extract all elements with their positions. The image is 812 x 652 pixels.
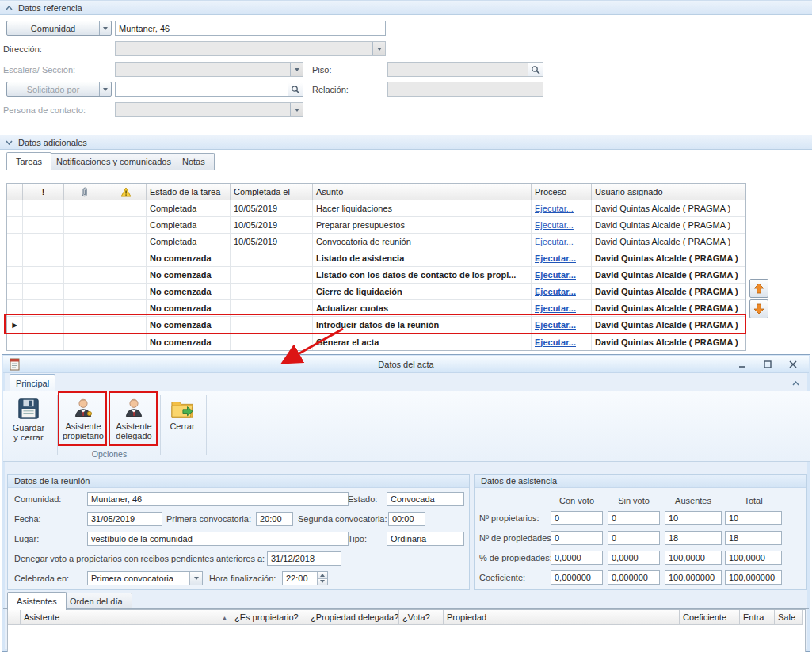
ejecutar-link[interactable]: Ejecutar... (535, 254, 576, 263)
table-row[interactable]: No comenzada Cierre de liquidación Ejecu… (7, 284, 745, 300)
warning-column-header[interactable] (105, 184, 147, 200)
column-header-asistente[interactable]: Asistente ▲ (21, 610, 231, 625)
comunidad-input[interactable] (88, 493, 348, 505)
value-input[interactable] (665, 551, 721, 564)
value-input[interactable] (608, 571, 659, 584)
tab-notificaciones[interactable]: Notificaciones y comunicados (47, 153, 181, 170)
attachment-column-header[interactable] (64, 184, 105, 200)
fecha-input[interactable] (88, 513, 162, 525)
table-row[interactable]: No comenzada Actualizar cuotas Ejecutar.… (7, 300, 745, 317)
lugar-field[interactable] (87, 532, 349, 546)
table-row[interactable]: No comenzada Listado de asistencia Ejecu… (7, 250, 745, 267)
ejecutar-link[interactable]: Ejecutar... (535, 337, 576, 347)
column-header-sale[interactable]: Sale (775, 610, 803, 625)
denegar-fecha-field[interactable] (267, 551, 341, 566)
value-input[interactable] (726, 532, 781, 544)
pdes-con-voto-field[interactable] (551, 531, 603, 545)
comunidad-field[interactable] (87, 492, 349, 506)
ejecutar-link[interactable]: Ejecutar... (535, 220, 574, 230)
minimize-button[interactable] (734, 358, 750, 371)
value-input[interactable] (665, 532, 721, 544)
tab-principal[interactable]: Principal (10, 374, 55, 391)
fecha-field[interactable] (87, 512, 162, 526)
ejecutar-link[interactable]: Ejecutar... (535, 320, 576, 330)
coef-ausentes-field[interactable] (665, 570, 722, 585)
celebrada-en-combo[interactable] (87, 571, 203, 585)
comunidad-field[interactable] (115, 21, 386, 36)
column-header-propiedad-delegada[interactable]: ¿Propiedad delegada? (307, 610, 399, 625)
move-up-button[interactable] (749, 279, 768, 298)
maximize-button[interactable] (760, 358, 776, 371)
cerrar-button[interactable]: Cerrar (163, 395, 201, 431)
asistente-propietario-button[interactable]: Asistente propietario (60, 395, 106, 440)
search-icon[interactable] (288, 82, 303, 96)
table-row[interactable]: Completada 10/05/2019 Convocatoria de re… (7, 234, 745, 250)
segunda-convocatoria-field[interactable] (388, 512, 425, 526)
ejecutar-link[interactable]: Ejecutar... (535, 204, 574, 213)
column-header-propiedad[interactable]: Propiedad (444, 610, 680, 625)
solicitado-input[interactable] (116, 82, 288, 96)
value-input[interactable] (608, 551, 659, 564)
denegar-fecha-input[interactable] (268, 552, 341, 565)
ejecutar-link[interactable]: Ejecutar... (535, 303, 576, 313)
comunidad-input[interactable] (116, 21, 385, 35)
pct-sin-voto-field[interactable] (608, 551, 660, 565)
pct-ausentes-field[interactable] (665, 551, 722, 565)
segunda-input[interactable] (389, 513, 425, 525)
value-input[interactable] (726, 551, 781, 564)
value-input[interactable] (726, 571, 781, 584)
value-input[interactable] (608, 532, 659, 544)
ribbon-collapse-button[interactable] (788, 377, 802, 390)
column-header-usuario[interactable]: Usuario asignado (592, 184, 745, 200)
spin-down-button[interactable] (318, 578, 327, 585)
hora-finalizacion-input[interactable] (283, 572, 317, 585)
value-input[interactable] (551, 551, 602, 564)
ejecutar-link[interactable]: Ejecutar... (535, 270, 576, 280)
ejecutar-link[interactable]: Ejecutar... (535, 287, 576, 296)
column-header-es-propietario[interactable]: ¿Es propietario? (231, 610, 307, 625)
pdes-total-field[interactable] (725, 531, 782, 545)
panel-header-datos-referencia[interactable]: Datos referencia (0, 0, 812, 15)
prop-ausentes-field[interactable] (665, 511, 722, 525)
value-input[interactable] (665, 571, 721, 584)
asistente-delegado-button[interactable]: Asistente delegado (111, 395, 157, 440)
estado-input[interactable] (387, 493, 463, 505)
solicitado-field[interactable] (115, 82, 303, 97)
value-input[interactable] (726, 512, 781, 524)
tipo-input[interactable] (387, 532, 463, 545)
value-input[interactable] (551, 512, 602, 524)
panel-header-datos-adicionales[interactable]: Datos adicionales (0, 135, 812, 150)
table-row[interactable]: No comenzada Listado con los datos de co… (7, 267, 745, 284)
pct-con-voto-field[interactable] (551, 551, 603, 565)
column-header-estado[interactable]: Estado de la tarea (147, 184, 231, 200)
table-row[interactable]: Completada 10/05/2019 Preparar presupues… (7, 217, 745, 234)
lugar-input[interactable] (88, 532, 348, 545)
solicitado-por-button[interactable]: Solicitado por (6, 82, 112, 97)
comunidad-button[interactable]: Comunidad (6, 21, 112, 36)
estado-field[interactable] (387, 492, 464, 506)
chevron-down-icon[interactable] (189, 572, 202, 585)
value-input[interactable] (551, 571, 602, 584)
pct-total-field[interactable] (725, 551, 782, 565)
column-header-vota[interactable]: ¿Vota? (399, 610, 444, 625)
ejecutar-link[interactable]: Ejecutar... (535, 237, 574, 246)
column-header-entra[interactable]: Entra (740, 610, 775, 625)
tipo-field[interactable] (387, 532, 464, 546)
column-header-completada[interactable]: Completada el (231, 184, 313, 200)
search-icon[interactable] (528, 63, 543, 76)
tab-tareas[interactable]: Tareas (6, 152, 51, 170)
tab-orden-del-dia[interactable]: Orden del día (60, 593, 132, 609)
priority-column-header[interactable]: ! (23, 184, 64, 200)
coef-total-field[interactable] (725, 570, 782, 585)
pdes-ausentes-field[interactable] (665, 531, 722, 545)
prop-con-voto-field[interactable] (551, 511, 603, 525)
value-input[interactable] (665, 512, 721, 524)
column-header-asunto[interactable]: Asunto (313, 184, 532, 200)
tab-notas[interactable]: Notas (173, 153, 215, 170)
pdes-sin-voto-field[interactable] (608, 531, 660, 545)
celebrada-en-input[interactable] (88, 572, 189, 585)
spin-up-button[interactable] (318, 572, 327, 578)
guardar-y-cerrar-button[interactable]: Guardar y cerrar (8, 395, 49, 442)
tab-asistentes[interactable]: Asistentes (7, 592, 67, 610)
value-input[interactable] (608, 512, 659, 524)
